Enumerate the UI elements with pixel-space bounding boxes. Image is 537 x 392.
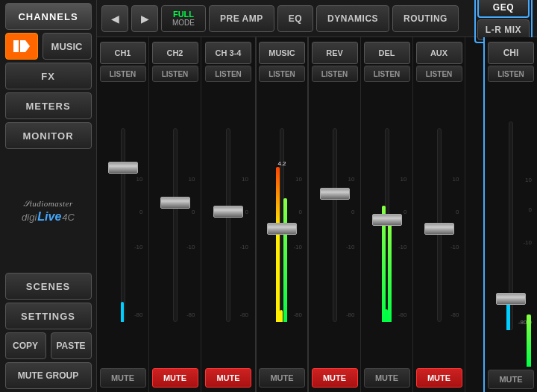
meters-button[interactable]: METERS	[5, 92, 92, 119]
chi-fader-handle[interactable]	[496, 293, 526, 305]
listen-5[interactable]: LISTEN	[364, 66, 410, 82]
listen-1[interactable]: LISTEN	[152, 66, 198, 82]
chi-mute-button[interactable]: MUTE	[488, 370, 534, 389]
scale-mark-0: 0	[403, 209, 406, 215]
scale-mark-10: 10	[453, 176, 459, 183]
fx-button[interactable]: FX	[5, 63, 92, 89]
channel-strips-container: CH1LISTEN100-10-80MUTECH2LISTEN100-10-80…	[97, 37, 483, 392]
fader-handle-1[interactable]	[160, 197, 190, 209]
channel-strip-ch-3-4: CH 3-4LISTEN100-10-80MUTE	[201, 37, 257, 392]
mute-btn-0[interactable]: MUTE	[100, 368, 146, 388]
scale-mark--10: -10	[134, 244, 143, 250]
ch-name-6[interactable]: AUX	[416, 42, 462, 64]
top-bar: ◀ ▶ FULL MODE PRE AMP EQ DYNAMICS ROUTIN…	[97, 0, 537, 37]
live-text: Live	[37, 210, 61, 224]
settings-button[interactable]: SETTINGS	[5, 303, 92, 329]
fader-wrap-1: 100-10-80	[154, 128, 197, 322]
scale-mark-10: 10	[401, 176, 407, 183]
scale-mark-0: 0	[192, 209, 195, 215]
scale-n10: -10	[523, 239, 532, 246]
geq-top-button[interactable]: GEQ	[477, 0, 530, 18]
fader-area-5: 100-10-80	[361, 85, 412, 365]
ch-name-5[interactable]: DEL	[364, 42, 410, 64]
full-mode-button[interactable]: FULL MODE	[161, 5, 206, 32]
fader-area-2: 100-10-80	[201, 85, 255, 365]
svg-marker-2	[25, 40, 30, 52]
fader-track-4	[333, 128, 337, 322]
fader-handle-0[interactable]	[108, 162, 138, 174]
fader-handle-4[interactable]	[320, 188, 350, 200]
meter-bar-right-3	[283, 198, 287, 322]
listen-6[interactable]: LISTEN	[416, 66, 462, 82]
level-bar-5	[385, 309, 388, 322]
mode-label: MODE	[172, 19, 195, 27]
channels-button[interactable]: CHANNELS	[5, 3, 92, 30]
fader-wrap-0: 100-10-80	[101, 128, 145, 322]
chi-channel-button[interactable]: CHI	[488, 42, 534, 64]
play-button[interactable]	[5, 33, 38, 60]
channel-strip-ch1: CH1LISTEN100-10-80MUTE	[97, 37, 149, 392]
scale-mark--10: -10	[450, 244, 459, 250]
channel-strip-music: MUSICLISTEN100-10-804.2MUTE	[257, 37, 309, 392]
channel-strip-rev: REVLISTEN100-10-80MUTE	[309, 37, 361, 392]
fader-area-0: 100-10-80	[97, 85, 148, 365]
ch-name-2[interactable]: CH 3-4	[205, 42, 251, 64]
mute-btn-6[interactable]: MUTE	[416, 368, 462, 388]
scale-mark-0: 0	[299, 209, 302, 215]
fader-track-2	[226, 128, 230, 322]
listen-3[interactable]: LISTEN	[259, 66, 305, 82]
fader-track-0	[121, 128, 125, 322]
scale-mark--80: -80	[398, 312, 407, 318]
svg-rect-0	[13, 40, 19, 52]
fader-handle-5[interactable]	[372, 214, 402, 226]
mute-btn-1[interactable]: MUTE	[152, 368, 198, 388]
fader-wrap-3: 100-10-804.2	[260, 128, 304, 322]
mute-btn-3[interactable]: MUTE	[259, 368, 305, 388]
digilive-logo: digi Live 4C	[22, 210, 75, 224]
fader-wrap-4: 100-10-80	[313, 128, 357, 322]
mute-btn-4[interactable]: MUTE	[312, 368, 358, 388]
copy-button[interactable]: COPY	[5, 332, 46, 359]
copy-paste-row: COPY PASTE	[5, 332, 92, 359]
level-bar-0	[121, 302, 124, 322]
main-area: ◀ ▶ FULL MODE PRE AMP EQ DYNAMICS ROUTIN…	[97, 0, 537, 392]
fader-handle-6[interactable]	[424, 223, 454, 235]
geq-channel-panel: CHI LISTEN 10 0 -10 -80.0	[483, 37, 537, 392]
fader-handle-3[interactable]	[267, 223, 297, 235]
listen-2[interactable]: LISTEN	[205, 66, 251, 82]
fader-area-1: 100-10-80	[149, 85, 201, 365]
mute-group-button[interactable]: MUTE GROUP	[5, 362, 92, 389]
channels-area: CH1LISTEN100-10-80MUTECH2LISTEN100-10-80…	[97, 37, 537, 392]
music-button[interactable]: MUSIC	[43, 33, 92, 60]
scale-mark--80: -80	[134, 312, 143, 318]
svg-rect-1	[20, 40, 25, 52]
monitor-button[interactable]: MONITOR	[5, 122, 92, 149]
fader-wrap-6: 100-10-80	[418, 128, 461, 322]
scale-mark--10: -10	[186, 244, 195, 250]
scale-mark-10: 10	[189, 176, 195, 183]
meter-bar-right-5	[388, 223, 392, 322]
scale-mark--10: -10	[293, 244, 302, 250]
mute-btn-5[interactable]: MUTE	[364, 368, 410, 388]
eq-button[interactable]: EQ	[277, 5, 313, 32]
scale-mark--80: -80	[293, 312, 302, 318]
next-button[interactable]: ▶	[131, 5, 158, 32]
prev-button[interactable]: ◀	[101, 5, 128, 32]
fader-track-1	[173, 128, 178, 322]
dynamics-button[interactable]: DYNAMICS	[316, 5, 389, 32]
routing-button[interactable]: ROUTING	[392, 5, 459, 32]
fader-handle-2[interactable]	[213, 206, 243, 218]
scenes-button[interactable]: SCENES	[5, 273, 92, 300]
listen-0[interactable]: LISTEN	[100, 66, 146, 82]
ch-name-0[interactable]: CH1	[100, 42, 146, 64]
full-label: FULL	[173, 10, 194, 19]
channel-strip-del: DELLISTEN100-10-80MUTE	[361, 37, 413, 392]
chi-listen-button[interactable]: LISTEN	[488, 66, 534, 82]
ch-name-1[interactable]: CH2	[152, 42, 198, 64]
paste-button[interactable]: PASTE	[51, 332, 92, 359]
ch-name-3[interactable]: MUSIC	[259, 42, 305, 64]
mute-btn-2[interactable]: MUTE	[205, 368, 251, 388]
preamp-button[interactable]: PRE AMP	[209, 5, 274, 32]
listen-4[interactable]: LISTEN	[312, 66, 358, 82]
ch-name-4[interactable]: REV	[312, 42, 358, 64]
